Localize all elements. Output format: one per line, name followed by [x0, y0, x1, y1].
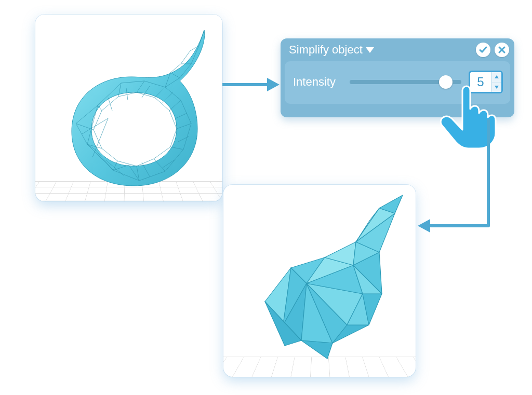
fade: [35, 15, 222, 117]
confirm-button[interactable]: [476, 43, 490, 57]
svg-line-54: [142, 162, 150, 176]
svg-line-28: [118, 92, 137, 97]
svg-marker-76: [363, 294, 382, 325]
high-poly-ring-mesh: [35, 15, 222, 201]
svg-line-8: [181, 100, 191, 124]
svg-line-50: [190, 46, 199, 51]
svg-line-9: [165, 87, 181, 100]
close-icon: [498, 46, 506, 54]
svg-marker-86: [301, 340, 332, 359]
svg-line-58: [163, 92, 173, 103]
arrow-panel-to-after: [416, 117, 504, 241]
svg-marker-78: [353, 252, 382, 294]
spinner-down-button[interactable]: [492, 83, 501, 92]
spinner-buttons: [491, 72, 501, 92]
svg-line-1: [87, 105, 98, 144]
svg-marker-63: [267, 78, 280, 91]
svg-marker-65: [265, 268, 291, 325]
svg-line-31: [98, 105, 102, 111]
svg-line-5: [139, 171, 165, 181]
svg-marker-67: [283, 268, 307, 325]
svg-line-17: [154, 159, 165, 171]
svg-marker-82: [356, 208, 395, 242]
svg-marker-70: [307, 283, 347, 343]
svg-line-2: [87, 144, 113, 170]
svg-line-0: [76, 105, 98, 124]
svg-line-22: [169, 111, 177, 129]
svg-line-25: [155, 87, 165, 98]
svg-line-34: [94, 130, 102, 148]
svg-line-48: [165, 73, 170, 87]
svg-line-39: [137, 166, 139, 181]
svg-line-61: [108, 98, 112, 111]
panel-title-dropdown[interactable]: Simplify object: [289, 43, 374, 57]
panel-title-text: Simplify object: [289, 43, 363, 57]
intensity-slider[interactable]: [350, 76, 461, 88]
intensity-value[interactable]: 5: [470, 72, 491, 92]
svg-line-27: [137, 81, 144, 92]
close-button[interactable]: [495, 43, 509, 57]
svg-marker-84: [356, 208, 379, 242]
svg-line-59: [142, 86, 150, 98]
chevron-up-icon: [495, 75, 499, 78]
svg-line-33: [76, 124, 94, 130]
panel-header: Simplify object: [281, 38, 514, 59]
svg-line-45: [170, 73, 180, 78]
svg-marker-69: [301, 283, 332, 343]
svg-line-46: [170, 64, 181, 73]
svg-line-29: [118, 83, 121, 97]
low-poly-ring-mesh: [223, 185, 416, 377]
svg-line-52: [92, 118, 108, 157]
svg-marker-72: [307, 265, 363, 294]
svg-line-42: [180, 64, 191, 78]
svg-marker-77: [353, 265, 382, 294]
svg-line-16: [113, 165, 129, 170]
svg-line-20: [170, 129, 177, 147]
preview-before-card: [35, 15, 222, 201]
svg-line-4: [113, 170, 139, 181]
svg-line-11: [121, 81, 144, 83]
svg-line-44: [199, 30, 204, 46]
svg-line-3: [95, 149, 113, 170]
svg-line-40: [137, 159, 154, 166]
svg-line-18: [154, 147, 170, 159]
svg-line-6: [165, 149, 183, 171]
svg-line-43: [191, 46, 199, 64]
svg-line-7: [183, 124, 191, 149]
preview-after-card: [223, 185, 416, 377]
svg-line-56: [178, 137, 189, 142]
svg-line-14: [87, 144, 95, 149]
svg-line-26: [137, 92, 155, 98]
svg-line-41: [165, 78, 180, 87]
svg-line-53: [105, 160, 124, 175]
fade: [223, 185, 416, 291]
slider-thumb[interactable]: [439, 75, 453, 89]
svg-marker-74: [332, 325, 369, 343]
svg-line-21: [177, 124, 191, 129]
svg-line-13: [76, 124, 87, 144]
svg-line-24: [155, 98, 169, 111]
page: Simplify object Intensity: [0, 0, 532, 395]
svg-line-12: [98, 83, 121, 105]
intensity-spinner: 5: [469, 71, 503, 93]
spinner-up-button[interactable]: [492, 72, 501, 83]
svg-line-36: [102, 148, 117, 161]
svg-marker-83: [379, 195, 403, 213]
svg-line-10: [144, 81, 165, 87]
svg-line-38: [117, 161, 137, 166]
simplify-panel: Simplify object Intensity: [281, 38, 514, 117]
check-icon: [478, 45, 488, 55]
panel-body: Intensity 5: [285, 61, 510, 104]
svg-marker-79: [325, 242, 356, 265]
ground-grid: [35, 181, 222, 201]
svg-line-30: [102, 97, 118, 111]
svg-line-57: [176, 113, 187, 118]
svg-line-32: [94, 111, 102, 130]
svg-marker-66: [291, 257, 325, 283]
svg-line-60: [126, 88, 128, 100]
arrow-before-to-panel: [222, 72, 280, 98]
svg-marker-71: [307, 283, 363, 325]
svg-line-55: [163, 160, 175, 168]
svg-marker-75: [347, 294, 369, 325]
svg-line-15: [129, 165, 139, 181]
